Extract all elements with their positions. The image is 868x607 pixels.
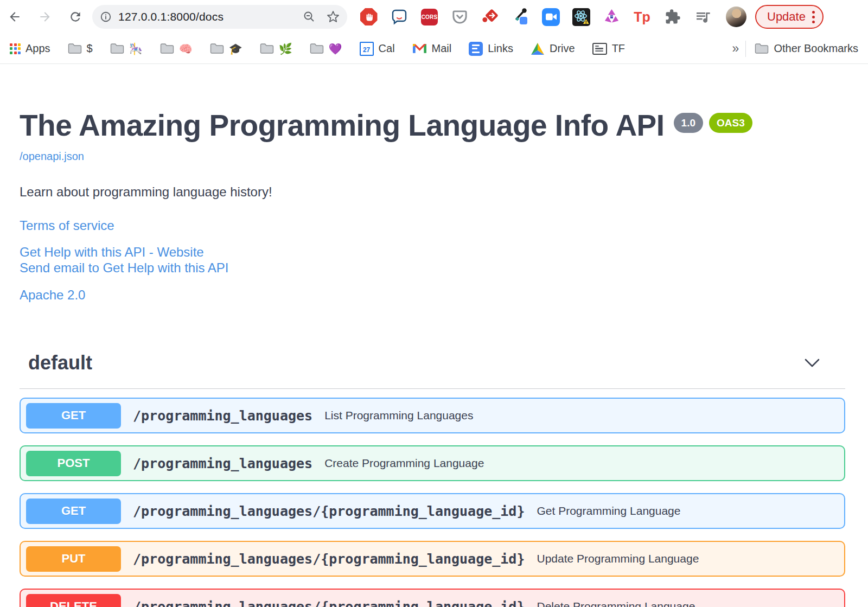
bookmark-links[interactable]: Links xyxy=(469,42,513,56)
help-website-link[interactable]: Get Help with this API - Website xyxy=(20,244,204,260)
endpoint-summary: Delete Programming Language xyxy=(537,600,695,607)
bookmark-folder-herb[interactable]: 🌿 xyxy=(260,42,292,55)
folder-icon xyxy=(110,43,124,54)
endpoint-row[interactable]: GET /programming_languages/{programming_… xyxy=(20,493,845,529)
zoom-out-icon[interactable] xyxy=(303,10,316,23)
bookmarks-overflow-chevron[interactable]: » xyxy=(732,41,739,56)
tag-name: default xyxy=(28,352,92,374)
bookmark-apps[interactable]: Apps xyxy=(10,42,50,55)
endpoint-path: /programming_languages xyxy=(133,456,312,471)
pocket-icon[interactable] xyxy=(450,8,469,27)
folder-icon xyxy=(310,43,324,54)
endpoint-summary: Create Programming Language xyxy=(324,457,484,470)
red-diamond-dev-icon[interactable] xyxy=(481,8,500,27)
method-badge[interactable]: PUT xyxy=(26,546,121,572)
bookmark-drive[interactable]: Drive xyxy=(531,42,575,55)
tag-section-default: default GET /programming_languages List … xyxy=(20,352,845,607)
endpoint-row[interactable]: DELETE /programming_languages/{programmi… xyxy=(20,589,845,607)
apps-grid-icon xyxy=(10,43,21,54)
folder-icon xyxy=(210,43,224,54)
api-description: Learn about programming language history… xyxy=(20,184,845,200)
other-bookmarks[interactable]: Other Bookmarks xyxy=(755,42,858,55)
endpoint-path: /programming_languages xyxy=(133,408,312,424)
endpoint-path: /programming_languages/{programming_lang… xyxy=(133,503,525,519)
forward-icon[interactable] xyxy=(38,10,52,24)
help-email-link[interactable]: Send email to Get Help with this API xyxy=(20,260,229,276)
endpoint-summary: List Programming Languages xyxy=(324,409,473,422)
bookmark-folder-grad[interactable]: 🎓 xyxy=(210,42,242,55)
folder-icon xyxy=(160,43,174,54)
bookmark-folder-brain[interactable]: 🧠 xyxy=(160,42,193,55)
tag-section-header[interactable]: default xyxy=(20,352,845,389)
endpoint-summary: Get Programming Language xyxy=(537,504,680,517)
list-icon xyxy=(469,42,483,56)
page-title: The Amazing Programming Language Info AP… xyxy=(20,108,665,143)
site-info-icon[interactable] xyxy=(100,11,112,23)
folder-icon xyxy=(755,43,769,54)
gmail-icon xyxy=(412,43,427,54)
bookmark-star-icon[interactable] xyxy=(327,10,340,23)
folder-icon xyxy=(260,43,274,54)
chrome-update-button[interactable]: Update xyxy=(755,5,824,29)
extensions-area: CORS xyxy=(359,7,746,27)
method-badge[interactable]: GET xyxy=(26,499,121,524)
method-badge[interactable]: DELETE xyxy=(26,594,121,607)
bookmarks-bar: Apps $ 🎠 🧠 🎓 🌿 💜 27 Cal Mail xyxy=(0,34,868,64)
swagger-page: The Amazing Programming Language Info AP… xyxy=(0,108,868,607)
operations-list: GET /programming_languages List Programm… xyxy=(20,398,845,607)
adblock-icon[interactable] xyxy=(359,8,378,27)
back-icon[interactable] xyxy=(8,10,22,24)
reload-icon[interactable] xyxy=(68,10,82,24)
extensions-puzzle-icon[interactable] xyxy=(663,8,682,27)
menu-dots-icon[interactable] xyxy=(812,11,815,23)
drive-icon xyxy=(531,42,545,55)
profile-avatar[interactable] xyxy=(726,7,746,27)
method-badge[interactable]: GET xyxy=(26,403,121,429)
bookmark-folder-heart[interactable]: 💜 xyxy=(310,42,342,55)
color-picker-eyedropper-icon[interactable] xyxy=(511,8,530,27)
browser-toolbar: 127.0.0.1:8000/docs xyxy=(0,0,868,34)
openapi-json-link[interactable]: /openapi.json xyxy=(20,150,84,163)
license-link[interactable]: Apache 2.0 xyxy=(20,287,85,303)
purple-recycle-icon[interactable] xyxy=(602,8,621,27)
url-text[interactable]: 127.0.0.1:8000/docs xyxy=(118,10,303,23)
method-badge[interactable]: POST xyxy=(26,451,121,476)
title-badges: 1.0 OAS3 xyxy=(674,113,752,133)
chevron-down-icon[interactable] xyxy=(804,358,820,368)
divider xyxy=(745,41,746,57)
endpoint-row[interactable]: GET /programming_languages List Programm… xyxy=(20,398,845,433)
endpoint-row[interactable]: PUT /programming_languages/{programming_… xyxy=(20,541,845,577)
tp-extension-icon[interactable]: Tp xyxy=(633,8,652,27)
bookmark-folder-dollar[interactable]: $ xyxy=(68,42,93,55)
endpoint-summary: Update Programming Language xyxy=(537,552,699,565)
bookmark-tf[interactable]: TF xyxy=(592,42,625,55)
terms-of-service-link[interactable]: Terms of service xyxy=(20,218,114,233)
form-card-icon xyxy=(592,43,607,55)
chat-bubble-icon[interactable] xyxy=(390,8,409,27)
address-bar[interactable]: 127.0.0.1:8000/docs xyxy=(92,5,347,29)
calendar-icon: 27 xyxy=(360,42,374,56)
oas3-badge: OAS3 xyxy=(709,113,752,133)
endpoint-path: /programming_languages/{programming_lang… xyxy=(133,551,525,567)
react-devtools-icon[interactable] xyxy=(572,8,591,27)
endpoint-path: /programming_languages/{programming_lang… xyxy=(133,599,525,607)
music-queue-icon[interactable] xyxy=(693,8,712,27)
folder-icon xyxy=(68,43,82,54)
bookmark-gmail[interactable]: Mail xyxy=(412,42,452,55)
version-badge: 1.0 xyxy=(674,113,703,133)
zoom-video-icon[interactable] xyxy=(541,8,560,27)
bookmark-folder-carousel[interactable]: 🎠 xyxy=(110,42,143,55)
bookmark-calendar[interactable]: 27 Cal xyxy=(360,42,395,56)
cors-extension-icon[interactable]: CORS xyxy=(420,8,439,27)
endpoint-row[interactable]: POST /programming_languages Create Progr… xyxy=(20,445,845,481)
